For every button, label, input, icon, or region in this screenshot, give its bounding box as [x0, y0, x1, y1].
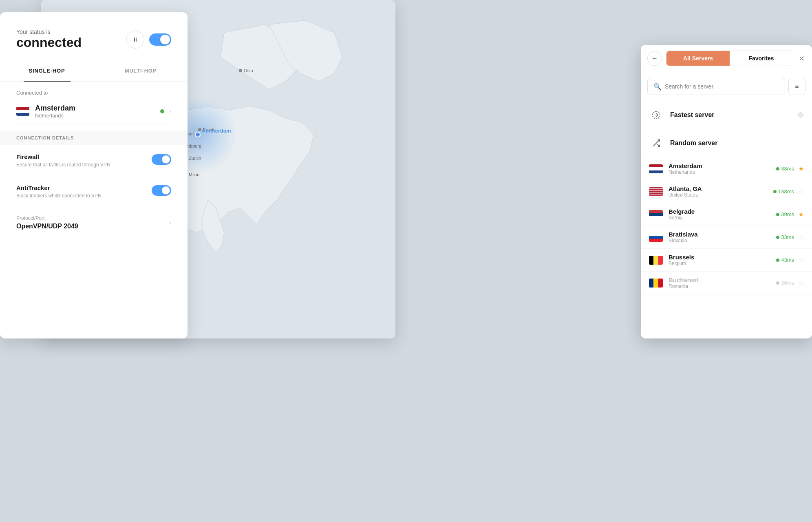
bratislava-favorite-button[interactable]: ☆ — [798, 233, 804, 241]
server-bratislava-name: Bratislava — [669, 231, 776, 238]
pause-button[interactable]: ⏸ — [126, 31, 144, 49]
bratislava-ping-dot — [776, 236, 779, 239]
protocol-value: OpenVPN/UDP 2049 — [16, 223, 78, 230]
server-panel-close-button[interactable]: ✕ — [797, 54, 805, 62]
server-belgrade[interactable]: Belgrade Serbia 39ms ★ — [641, 203, 812, 226]
svg-text:Amsterdam: Amsterdam — [202, 128, 231, 134]
server-amsterdam[interactable]: Amsterdam Netherlands 38ms ★ — [641, 157, 812, 180]
server-amsterdam-country: Netherlands — [669, 169, 776, 175]
server-belgrade-name: Belgrade — [669, 208, 776, 215]
server-bratislava-meta: 33ms ☆ — [776, 233, 804, 241]
fastest-server-item[interactable]: Fastest server ⚙ — [641, 101, 812, 129]
filter-icon: ≡ — [795, 83, 799, 90]
brussels-favorite-button[interactable]: ☆ — [798, 256, 804, 264]
belgrade-favorite-button[interactable]: ★ — [798, 210, 804, 218]
connected-label: Connected to — [16, 90, 171, 96]
server-panel-header: ← All Servers Favorites ✕ — [641, 45, 812, 72]
fastest-gear-icon[interactable]: ⚙ — [797, 111, 804, 119]
brussels-ping-value: 43ms — [781, 257, 794, 263]
amsterdam-ping: 38ms — [776, 166, 794, 172]
flag-rs — [649, 210, 663, 219]
server-tabs-wrapper: All Servers Favorites — [666, 51, 793, 66]
server-amsterdam-name: Amsterdam — [669, 162, 776, 169]
server-bucharest-info: Bucharest Romania — [669, 276, 776, 289]
server-brussels[interactable]: Brussels Belgium 43ms ☆ — [641, 249, 812, 272]
brussels-ping: 43ms — [776, 257, 794, 263]
belgrade-ping: 39ms — [776, 211, 794, 217]
filter-button[interactable]: ≡ — [788, 78, 805, 95]
bucharest-ping-dot — [776, 281, 779, 285]
atlanta-ping-value: 138ms — [778, 188, 794, 195]
belgrade-ping-dot — [776, 213, 779, 216]
flag-ro — [649, 279, 663, 288]
tab-favorites[interactable]: Favorites — [730, 51, 793, 66]
bucharest-ping-value: 36ms — [781, 280, 794, 286]
svg-text:Zurich: Zurich — [189, 156, 201, 161]
tab-multi-hop[interactable]: MULTI-HOP — [94, 60, 188, 81]
server-bratislava-info: Bratislava Slovakia — [669, 231, 776, 243]
antitracker-toggle-item: AntiTracker Block trackers whilst connec… — [0, 176, 188, 207]
status-controls: ⏸ — [126, 31, 171, 49]
server-atlanta[interactable]: Atlanta, GA United States 138ms ☆ — [641, 180, 812, 203]
tab-single-hop[interactable]: SINGLE-HOP — [0, 60, 94, 81]
server-amsterdam-meta: 38ms ★ — [776, 165, 804, 173]
firewall-description: Ensure that all traffic is routed throug… — [16, 162, 110, 168]
connected-indicator — [160, 109, 164, 113]
server-belgrade-country: Serbia — [669, 215, 776, 221]
status-section: Your status is connected ⏸ — [16, 29, 171, 50]
server-bucharest-country: Romania — [669, 283, 776, 289]
amsterdam-favorite-button[interactable]: ★ — [798, 165, 804, 173]
bucharest-favorite-button[interactable]: ☆ — [798, 279, 804, 287]
random-icon — [649, 136, 664, 150]
svg-text:Milan: Milan — [189, 172, 199, 177]
antitracker-title: AntiTracker — [16, 184, 102, 191]
fastest-server-name: Fastest server — [670, 111, 715, 119]
back-button[interactable]: ← — [647, 51, 662, 66]
search-box: 🔍 — [647, 78, 785, 95]
server-atlanta-name: Atlanta, GA — [669, 185, 773, 192]
firewall-toggle-item: Firewall Ensure that all traffic is rout… — [0, 145, 188, 176]
connection-details-header: CONNECTION DETAILS — [0, 130, 188, 145]
connected-server-item[interactable]: Amsterdam Netherlands › — [16, 101, 171, 124]
random-server-item[interactable]: Random server — [641, 129, 812, 157]
connection-toggle[interactable] — [149, 33, 171, 46]
firewall-title: Firewall — [16, 153, 110, 160]
server-belgrade-meta: 39ms ★ — [776, 210, 804, 218]
server-info: Amsterdam Netherlands — [35, 104, 160, 119]
antitracker-info: AntiTracker Block trackers whilst connec… — [16, 184, 102, 199]
server-atlanta-info: Atlanta, GA United States — [669, 185, 773, 198]
amsterdam-center-dot — [195, 132, 200, 137]
belgrade-ping-value: 39ms — [781, 211, 794, 217]
server-bratislava[interactable]: Bratislava Slovakia 33ms ☆ — [641, 226, 812, 249]
server-atlanta-country: United States — [669, 192, 773, 198]
server-bucharest[interactable]: Bucharest Romania 36ms ☆ — [641, 272, 812, 294]
protocol-info: Protocol/Port OpenVPN/UDP 2049 — [16, 215, 78, 230]
brussels-ping-dot — [776, 259, 779, 262]
status-text: Your status is connected — [16, 29, 82, 50]
bratislava-ping-value: 33ms — [781, 234, 794, 240]
protocol-section[interactable]: Protocol/Port OpenVPN/UDP 2049 › — [0, 207, 188, 238]
server-city: Amsterdam — [35, 104, 160, 113]
atlanta-favorite-button[interactable]: ☆ — [798, 188, 804, 195]
server-amsterdam-info: Amsterdam Netherlands — [669, 162, 776, 175]
oslo-dot — [239, 69, 242, 72]
flag-sk — [649, 233, 663, 242]
protocol-label: Protocol/Port — [16, 215, 78, 221]
firewall-toggle[interactable] — [152, 154, 171, 165]
server-bucharest-name: Bucharest — [669, 276, 776, 283]
antitracker-toggle[interactable] — [152, 185, 171, 196]
bratislava-ping: 33ms — [776, 234, 794, 240]
search-input[interactable] — [665, 83, 779, 90]
server-brussels-meta: 43ms ☆ — [776, 256, 804, 264]
left-panel: Your status is connected ⏸ SINGLE-HOP MU… — [0, 12, 188, 338]
server-belgrade-info: Belgrade Serbia — [669, 208, 776, 221]
random-server-name: Random server — [670, 139, 718, 147]
flag-be — [649, 256, 663, 265]
back-icon: ← — [651, 55, 658, 62]
status-value: connected — [16, 35, 82, 50]
server-bratislava-country: Slovakia — [669, 238, 776, 243]
server-list: Fastest server ⚙ Random server Amsterdam… — [641, 101, 812, 338]
tab-all-servers[interactable]: All Servers — [666, 51, 730, 66]
connected-section: Connected to Amsterdam Netherlands › — [0, 90, 188, 124]
protocol-chevron-icon: › — [169, 219, 171, 226]
